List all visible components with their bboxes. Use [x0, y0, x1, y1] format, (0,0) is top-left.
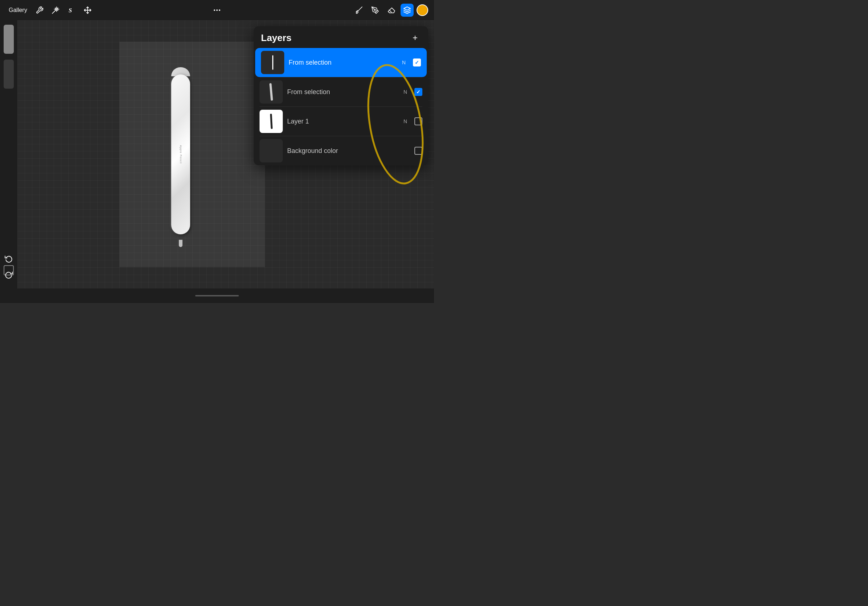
more-options-dots[interactable]	[214, 9, 220, 11]
left-sidebar	[0, 20, 17, 303]
layers-button[interactable]	[401, 4, 414, 17]
layer-checkbox-1[interactable]: ✓	[413, 59, 421, 66]
brush-icon	[355, 6, 363, 14]
wrench-icon	[36, 6, 43, 14]
top-bar-left: Gallery S	[6, 4, 94, 17]
pencil-body: Apple Pencil	[171, 74, 190, 234]
layer-mode-1: N	[402, 60, 406, 65]
gallery-button[interactable]: Gallery	[6, 5, 30, 15]
pencil-illustration: Apple Pencil	[108, 42, 253, 267]
eraser-button[interactable]	[384, 4, 398, 17]
pen-icon	[371, 6, 379, 14]
pencil-label: Apple Pencil	[180, 145, 182, 164]
svg-point-4	[374, 9, 375, 11]
smudge-icon: S	[68, 6, 76, 14]
opacity-slider[interactable]	[4, 60, 14, 89]
smudge-button[interactable]: S	[65, 4, 78, 17]
layer-thumbnail-4	[259, 139, 283, 162]
svg-marker-5	[404, 7, 411, 10]
layer-row-background[interactable]: Background color	[254, 136, 428, 165]
layer-name-3: Layer 1	[287, 118, 399, 125]
pencil-tip	[179, 240, 183, 247]
layer-checkbox-3[interactable]	[414, 117, 422, 125]
color-picker-button[interactable]	[417, 5, 428, 16]
thumbnail-vertical-line	[272, 55, 273, 70]
layers-panel: Layers + From selection N ✓ From selecti…	[254, 26, 428, 165]
canvas-frame: Apple Pencil	[119, 42, 265, 267]
magic-wand-button[interactable]	[49, 4, 62, 17]
layers-header: Layers +	[254, 26, 428, 48]
layer-thumbnail-2	[259, 80, 283, 104]
thumbnail-stroke-dark-3	[270, 114, 272, 129]
wrench-button[interactable]	[33, 4, 46, 17]
thumbnail-stroke-2	[269, 83, 273, 100]
add-layer-button[interactable]: +	[409, 32, 421, 43]
layer-name-2: From selection	[287, 88, 399, 96]
layer-mode-2: N	[403, 89, 407, 95]
layers-title: Layers	[261, 32, 291, 43]
layers-icon	[403, 6, 411, 14]
transform-icon	[84, 6, 91, 14]
eraser-icon	[387, 6, 395, 14]
checkmark-1: ✓	[415, 60, 419, 65]
top-bar-center	[214, 9, 220, 11]
undo-button[interactable]	[2, 252, 15, 265]
layer-thumbnail-3	[259, 110, 283, 133]
svg-text:S: S	[68, 7, 71, 14]
layer-mode-3: N	[403, 118, 407, 124]
top-bar: Gallery S	[0, 0, 434, 20]
scroll-indicator[interactable]	[195, 295, 239, 297]
pencil-body-wrapper: Apple Pencil	[170, 67, 192, 241]
undo-icon	[5, 255, 13, 263]
layer-row-from-selection-1[interactable]: From selection N ✓	[255, 48, 427, 77]
bottom-bar	[0, 289, 434, 303]
redo-icon	[5, 271, 13, 279]
magic-wand-icon	[52, 6, 60, 14]
layer-row-layer-1[interactable]: Layer 1 N	[254, 107, 428, 136]
layer-name-1: From selection	[288, 59, 398, 66]
layer-checkbox-2[interactable]: ✓	[414, 88, 422, 96]
redo-button[interactable]	[2, 268, 15, 281]
layer-row-from-selection-2[interactable]: From selection N ✓	[254, 77, 428, 107]
sidebar-bottom	[2, 252, 15, 281]
checkmark-2: ✓	[416, 89, 420, 95]
pen-button[interactable]	[369, 4, 382, 17]
layer-checkbox-4[interactable]	[414, 147, 422, 155]
transform-button[interactable]	[81, 4, 94, 17]
top-bar-right	[353, 4, 428, 17]
layer-name-4: Background color	[287, 147, 403, 155]
brush-button[interactable]	[353, 4, 366, 17]
brush-size-slider[interactable]	[4, 25, 14, 54]
layer-thumbnail-1	[261, 51, 284, 74]
